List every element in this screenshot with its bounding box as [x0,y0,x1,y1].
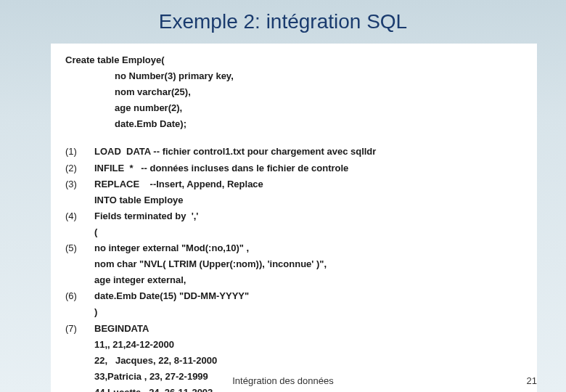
data-line-1: 11,, 21,24-12-2000 [65,337,522,353]
create-line-1: no Number(3) primary key, [65,68,522,84]
code-text: date.Emb Date); [65,116,186,132]
create-line-3: age number(2), [65,100,522,116]
line-number [65,353,94,369]
code-text: Create table Employe( [65,52,165,68]
code-content: Create table Employe( no Number(3) prima… [51,44,537,392]
line-number: (4) [65,208,94,224]
code-text: nom varchar(25), [65,84,191,100]
page-number: 21 [527,375,537,386]
load-line-7: (7)BEGINDATA [65,321,522,337]
line-number [65,304,94,320]
line-number: (5) [65,240,94,256]
code-text: Fields terminated by ',' [94,208,198,224]
line-number [65,337,94,353]
code-text: ( [94,224,97,240]
load-line-6b: ) [65,304,522,320]
code-text: LOAD DATA -- fichier control1.txt pour c… [94,144,376,160]
code-text: 33,Patricia , 23, 27-2-1999 [94,369,208,385]
create-line-0: Create table Employe( [65,52,522,68]
slide-title: Exemple 2: intégration SQL [0,0,566,38]
load-line-3b: INTO table Employe [65,192,522,208]
code-text: 11,, 21,24-12-2000 [94,337,174,353]
load-line-2: (2)INFILE * -- données incluses dans le … [65,160,522,176]
load-line-4b: ( [65,224,522,240]
line-number [65,256,94,272]
line-number: (1) [65,144,94,160]
line-number [65,385,94,392]
line-number [65,192,94,208]
code-text: INTO table Employe [94,192,184,208]
code-text: 22, Jacques, 22, 8-11-2000 [94,353,217,369]
sql-code-block: Create table Employe( no Number(3) prima… [65,52,522,392]
line-number: (3) [65,176,94,192]
load-line-5b: nom char "NVL( LTRIM (Upper(:nom)), 'inc… [65,256,522,272]
line-number: (6) [65,288,94,304]
code-text: 44,Lucette , 24, 26-11-2002 [94,385,213,392]
load-line-3: (3)REPLACE --Insert, Append, Replace [65,176,522,192]
load-line-5c: age integer external, [65,272,522,288]
line-number: (7) [65,321,94,337]
code-text: ) [94,304,97,320]
line-number [65,224,94,240]
code-text: age integer external, [94,272,186,288]
code-text: nom char "NVL( LTRIM (Upper(:nom)), 'inc… [94,256,327,272]
load-line-6: (6)date.Emb Date(15) "DD-MM-YYYY" [65,288,522,304]
code-text: date.Emb Date(15) "DD-MM-YYYY" [94,288,249,304]
code-text: INFILE * -- données incluses dans le fic… [94,160,348,176]
load-line-4: (4)Fields terminated by ',' [65,208,522,224]
load-line-1: (1)LOAD DATA -- fichier control1.txt pou… [65,144,522,160]
code-text: BEGINDATA [94,321,149,337]
line-number [65,369,94,385]
line-number: (2) [65,160,94,176]
create-line-4: date.Emb Date); [65,116,522,132]
spacer [65,132,522,144]
line-number [65,272,94,288]
code-text: REPLACE --Insert, Append, Replace [94,176,263,192]
load-line-5: (5)no integer external "Mod(:no,10)" , [65,240,522,256]
data-line-2: 22, Jacques, 22, 8-11-2000 [65,353,522,369]
code-text: age number(2), [65,100,182,116]
code-text: no integer external "Mod(:no,10)" , [94,240,249,256]
footer-title: Intégration des données [232,375,334,386]
code-text: no Number(3) primary key, [65,68,234,84]
create-line-2: nom varchar(25), [65,84,522,100]
